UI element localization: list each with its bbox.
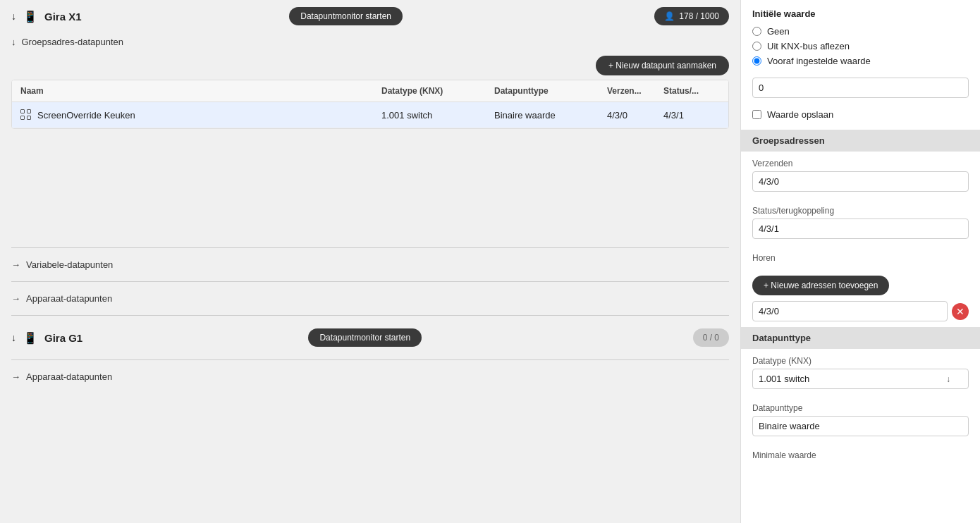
device-title-gira-x1: Gira X1 bbox=[44, 11, 282, 23]
sub-section-groepsadres[interactable]: ↓ Groepsadres-datapunten bbox=[0, 32, 740, 51]
close-icon: ✕ bbox=[956, 306, 964, 317]
verzenden-group: Verzenden bbox=[741, 152, 980, 199]
datatype-dropdown-wrapper: ↓ bbox=[752, 369, 969, 389]
new-datapunt-row: + Nieuw datapunt aanmaken bbox=[0, 51, 740, 80]
device-row-gira-x1: ↓ 📱 Gira X1 Datapuntmonitor starten 👤 17… bbox=[0, 0, 740, 32]
waarde-opslaan-row[interactable]: Waarde opslaan bbox=[741, 105, 980, 124]
col-naam: Naam bbox=[20, 86, 381, 96]
radio-group-initiele: Geen Uit KNX-bus aflezen Vooraf ingestel… bbox=[741, 22, 980, 70]
monitor-button-gira-x1[interactable]: Datapuntmonitor starten bbox=[289, 7, 403, 25]
datatype-label: Datatype (KNX) bbox=[752, 356, 969, 366]
datatype-group: Datatype (KNX) ↓ bbox=[741, 349, 980, 396]
remove-address-button[interactable]: ✕ bbox=[952, 303, 969, 320]
radio-knx[interactable]: Uit KNX-bus aflezen bbox=[752, 41, 969, 51]
collapse-icon-gira-g1[interactable]: ↓ bbox=[11, 332, 16, 343]
add-address-button[interactable]: + Nieuwe adressen toevoegen bbox=[752, 276, 889, 295]
left-panel: ↓ 📱 Gira X1 Datapuntmonitor starten 👤 17… bbox=[0, 0, 740, 523]
arrow-variabele: → bbox=[11, 259, 20, 270]
verzenden-input[interactable] bbox=[752, 171, 969, 192]
radio-vooraf-label: Vooraf ingestelde waarde bbox=[767, 56, 871, 66]
count-badge-gira-x1: 👤 178 / 1000 bbox=[654, 7, 729, 25]
grid-icon bbox=[20, 109, 32, 121]
apparaat-g1-label: Apparaat-datapunten bbox=[26, 371, 112, 382]
datapunt-table: Naam Datatype (KNX) Datapunttype Verzen.… bbox=[11, 80, 729, 129]
person-icon: 👤 bbox=[664, 11, 675, 21]
col-verzenden: Verzen... bbox=[607, 86, 663, 96]
radio-geen[interactable]: Geen bbox=[752, 26, 969, 37]
datatype-input[interactable] bbox=[752, 369, 969, 389]
arrow-apparaat-x1: → bbox=[11, 293, 20, 304]
device-icon-gira-x1: 📱 bbox=[23, 10, 37, 23]
cell-naam: ScreenOverride Keuken bbox=[20, 109, 381, 121]
empty-space bbox=[0, 129, 740, 242]
preset-value-input[interactable] bbox=[752, 78, 969, 98]
row-datatype-value: 1.001 switch bbox=[381, 110, 494, 121]
variabele-label: Variabele-datapunten bbox=[26, 259, 113, 270]
minimale-waarde-label: Minimale waarde bbox=[752, 450, 969, 460]
col-datapunttype: Datapunttype bbox=[494, 86, 607, 96]
row-datapunttype-value: Binaire waarde bbox=[494, 110, 607, 121]
device-title-gira-g1: Gira G1 bbox=[44, 332, 301, 344]
datapunttype-value-label: Datapunttype bbox=[752, 403, 969, 413]
groepsadressen-section-header: Groepsadressen bbox=[741, 130, 980, 152]
preset-value-group bbox=[741, 70, 980, 105]
divider-2 bbox=[11, 281, 729, 282]
horen-label: Horen bbox=[752, 253, 969, 263]
verzenden-label: Verzenden bbox=[752, 159, 969, 168]
table-header: Naam Datatype (KNX) Datapunttype Verzen.… bbox=[12, 80, 728, 102]
collapsible-apparaat-g1[interactable]: → Apparaat-datapunten bbox=[0, 366, 740, 388]
initiele-waarde-title-row: Initiële waarde bbox=[741, 0, 980, 22]
status-terugkoppeling-input[interactable] bbox=[752, 219, 969, 239]
row-verzenden-value: 4/3/0 bbox=[607, 110, 663, 121]
status-terugkoppeling-group: Status/terugkoppeling bbox=[741, 199, 980, 246]
horen-address-input[interactable] bbox=[752, 301, 948, 321]
new-datapunt-button[interactable]: + Nieuw datapunt aanmaken bbox=[596, 56, 729, 75]
datapunttype-value-group: Datapunttype bbox=[741, 396, 980, 443]
row-naam-value: ScreenOverride Keuken bbox=[37, 110, 135, 121]
collapsible-variabele[interactable]: → Variabele-datapunten bbox=[0, 254, 740, 276]
datatype-dropdown-inner: ↓ bbox=[752, 369, 969, 389]
device-row-gira-g1: ↓ 📱 Gira G1 Datapuntmonitor starten 0 / … bbox=[0, 321, 740, 354]
status-terugkoppeling-label: Status/terugkoppeling bbox=[752, 206, 969, 216]
horen-address-row: ✕ bbox=[741, 301, 980, 321]
initiele-waarde-title: Initiële waarde bbox=[752, 8, 816, 19]
datapunttype-value-input[interactable] bbox=[752, 416, 969, 436]
radio-input-geen[interactable] bbox=[752, 27, 761, 36]
apparaat-x1-label: Apparaat-datapunten bbox=[26, 293, 112, 304]
col-status: Status/... bbox=[663, 86, 720, 96]
groepsadres-label: Groepsadres-datapunten bbox=[22, 37, 124, 47]
horen-group: Horen bbox=[741, 246, 980, 273]
datapunttype-section-header: Datapunttype bbox=[741, 327, 980, 349]
divider-4 bbox=[11, 359, 729, 360]
radio-input-vooraf[interactable] bbox=[752, 56, 761, 66]
radio-vooraf[interactable]: Vooraf ingestelde waarde bbox=[752, 56, 969, 66]
minimale-waarde-group: Minimale waarde bbox=[741, 443, 980, 470]
waarde-opslaan-label: Waarde opslaan bbox=[767, 109, 833, 120]
radio-geen-label: Geen bbox=[767, 26, 790, 37]
divider-3 bbox=[11, 315, 729, 316]
expand-icon-groepsadres: ↓ bbox=[11, 37, 16, 47]
monitor-button-gira-g1[interactable]: Datapuntmonitor starten bbox=[308, 328, 422, 347]
arrow-apparaat-g1: → bbox=[11, 371, 20, 382]
device-icon-gira-g1: 📱 bbox=[23, 331, 37, 345]
col-datatype: Datatype (KNX) bbox=[381, 86, 494, 96]
table-row[interactable]: ScreenOverride Keuken 1.001 switch Binai… bbox=[12, 102, 728, 128]
divider-1 bbox=[11, 247, 729, 248]
collapsible-apparaat-x1[interactable]: → Apparaat-datapunten bbox=[0, 288, 740, 309]
radio-knx-label: Uit KNX-bus aflezen bbox=[767, 41, 850, 51]
right-panel: Initiële waarde Geen Uit KNX-bus aflezen… bbox=[740, 0, 980, 523]
collapse-icon-gira-x1[interactable]: ↓ bbox=[11, 11, 16, 22]
radio-input-knx[interactable] bbox=[752, 42, 761, 51]
count-badge-gira-g1: 0 / 0 bbox=[693, 328, 729, 347]
row-status-value: 4/3/1 bbox=[663, 110, 720, 121]
waarde-opslaan-checkbox[interactable] bbox=[752, 110, 761, 119]
